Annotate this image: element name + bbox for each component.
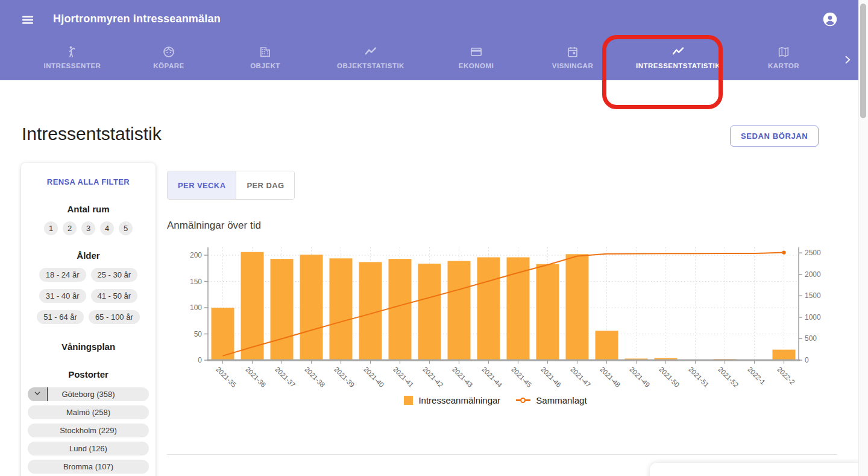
- svg-text:2021-52: 2021-52: [717, 366, 740, 389]
- svg-text:2021-35: 2021-35: [215, 366, 237, 389]
- city-filter-göteborg-358-[interactable]: Göteborg (358): [28, 387, 149, 401]
- legend-item-intresseanmälningar[interactable]: Intresseanmälningar: [404, 395, 500, 405]
- city-filter-stockholm-229-[interactable]: Stockholm (229): [28, 424, 149, 437]
- legend-bar-swatch: [404, 396, 413, 405]
- svg-text:200: 200: [190, 251, 202, 259]
- svg-text:2021-43: 2021-43: [451, 366, 474, 389]
- room-chip-3[interactable]: 3: [81, 221, 95, 235]
- chevron-down-icon: [33, 389, 42, 399]
- room-chip-2[interactable]: 2: [63, 221, 77, 235]
- svg-text:2021-45: 2021-45: [510, 366, 533, 389]
- nav-tab-visningar[interactable]: VISNINGAR: [524, 39, 621, 80]
- age-chip-row: 18 - 24 år25 - 30 år: [21, 268, 156, 282]
- svg-text:2021-50: 2021-50: [658, 366, 681, 389]
- nav-tab-köpare[interactable]: KÖPARE: [121, 39, 217, 80]
- city-filter-label: Bromma (107): [28, 462, 149, 471]
- svg-text:2021-48: 2021-48: [599, 366, 621, 389]
- menu-icon[interactable]: [20, 13, 35, 27]
- trend-chart-icon: [364, 45, 377, 59]
- chevron-right-icon[interactable]: [841, 54, 854, 66]
- chart-title: Anmälningar över tid: [167, 220, 261, 232]
- nav-tab-label: INTRESSENTER: [44, 62, 101, 69]
- nav-tab-objektstatistik[interactable]: OBJEKTSTATISTIK: [313, 39, 428, 80]
- legend-item-sammanlagt[interactable]: Sammanlagt: [516, 395, 587, 405]
- nav-tab-label: KARTOR: [768, 62, 799, 69]
- room-chip-1[interactable]: 1: [44, 221, 58, 235]
- svg-text:2500: 2500: [805, 249, 821, 257]
- clear-filters-button[interactable]: RENSA ALLA FILTER: [43, 177, 133, 187]
- svg-text:2000: 2000: [805, 270, 821, 279]
- age-chip-18-24-år[interactable]: 18 - 24 år: [39, 268, 86, 282]
- chart-legend: IntresseanmälningarSammanlagt: [167, 395, 824, 405]
- bottom-right-card: [650, 463, 860, 476]
- section-divider: [167, 454, 837, 455]
- city-filter-malmö-258-[interactable]: Malmö (258): [28, 405, 149, 419]
- cities-heading: Postorter: [21, 369, 156, 379]
- building-icon: [259, 45, 272, 59]
- svg-text:1500: 1500: [805, 291, 821, 300]
- person-waving-icon: [66, 45, 79, 59]
- city-filter-label: Lund (126): [28, 444, 149, 453]
- city-list: Göteborg (358)Malmö (258)Stockholm (229)…: [21, 387, 156, 474]
- account-icon[interactable]: [822, 11, 838, 27]
- age-chip-31-40-år[interactable]: 31 - 40 år: [39, 289, 86, 303]
- nav-tabs: INTRESSENTERKÖPAREOBJEKTOBJEKTSTATISTIKE…: [24, 39, 832, 80]
- nav-tab-label: VISNINGAR: [552, 62, 593, 69]
- city-filter-lund-126-[interactable]: Lund (126): [28, 442, 149, 455]
- tab-per-dag[interactable]: PER DAG: [236, 171, 294, 199]
- map-icon: [777, 45, 790, 59]
- period-button[interactable]: SEDAN BÖRJAN: [730, 125, 819, 147]
- svg-text:150: 150: [190, 278, 202, 286]
- nav-tab-ekonomi[interactable]: EKONOMI: [428, 39, 524, 80]
- city-expand-button[interactable]: [28, 387, 48, 401]
- app-bar-top: Hjortronmyren intresseanmälan: [0, 0, 860, 39]
- nav-tab-kartor[interactable]: KARTOR: [735, 39, 832, 80]
- city-filter-label: Stockholm (229): [28, 426, 149, 435]
- svg-text:2021-44: 2021-44: [480, 366, 504, 389]
- svg-text:2022-2: 2022-2: [776, 366, 796, 386]
- svg-text:2021-36: 2021-36: [244, 366, 267, 389]
- scrollbar-thumb[interactable]: [860, 4, 866, 118]
- age-chip-41-50-år[interactable]: 41 - 50 år: [91, 289, 138, 303]
- room-chip-5[interactable]: 5: [119, 221, 133, 235]
- city-filter-label: Malmö (258): [28, 408, 149, 417]
- calendar-icon: [566, 45, 579, 59]
- svg-text:100: 100: [190, 303, 202, 312]
- svg-text:1000: 1000: [805, 313, 821, 322]
- svg-text:2021-41: 2021-41: [392, 366, 415, 389]
- tab-per-vecka[interactable]: PER VECKA: [168, 171, 236, 199]
- nav-tab-label: OBJEKTSTATISTIK: [337, 62, 404, 69]
- svg-text:2021-42: 2021-42: [421, 366, 444, 389]
- legend-line-swatch: [516, 399, 530, 401]
- svg-text:2021-38: 2021-38: [303, 366, 326, 389]
- page-title: Intressentstatistik: [22, 124, 162, 144]
- age-chip-51-64-år[interactable]: 51 - 64 år: [37, 310, 84, 324]
- svg-text:0: 0: [198, 356, 202, 364]
- registrations-chart[interactable]: 050100150200050010001500200025002021-352…: [167, 241, 830, 395]
- nav-tab-label: INTRESSENTSTATISTIK: [636, 62, 720, 69]
- svg-text:2021-49: 2021-49: [628, 366, 651, 389]
- city-filter-bromma-107-[interactable]: Bromma (107): [28, 460, 149, 474]
- svg-text:2021-40: 2021-40: [362, 366, 385, 389]
- svg-text:2021-47: 2021-47: [569, 366, 592, 389]
- svg-text:2021-46: 2021-46: [539, 366, 562, 389]
- nav-tab-intressentstatistik[interactable]: INTRESSENTSTATISTIK: [621, 39, 735, 80]
- age-chip-65-100-år[interactable]: 65 - 100 år: [89, 310, 140, 324]
- chart-area: 050100150200050010001500200025002021-352…: [167, 241, 830, 395]
- nav-tab-label: OBJEKT: [250, 62, 280, 69]
- svg-text:2022-1: 2022-1: [746, 366, 767, 386]
- age-heading: Ålder: [21, 250, 156, 261]
- page-scrollbar[interactable]: [858, 0, 868, 476]
- svg-text:2021-37: 2021-37: [274, 366, 297, 389]
- room-chip-4[interactable]: 4: [100, 221, 114, 235]
- age-chip-25-30-år[interactable]: 25 - 30 år: [91, 268, 138, 282]
- app-title: Hjortronmyren intresseanmälan: [53, 13, 221, 25]
- nav-tab-label: KÖPARE: [153, 62, 184, 69]
- city-filter-label: Göteborg (358): [48, 390, 129, 399]
- nav-tab-objekt[interactable]: OBJEKT: [217, 39, 313, 80]
- svg-text:2021-39: 2021-39: [333, 366, 356, 389]
- trend-chart-icon: [671, 45, 685, 59]
- face-icon: [162, 45, 175, 59]
- nav-tab-intressenter[interactable]: INTRESSENTER: [24, 39, 121, 80]
- age-chip-row: 51 - 64 år65 - 100 år: [21, 310, 156, 324]
